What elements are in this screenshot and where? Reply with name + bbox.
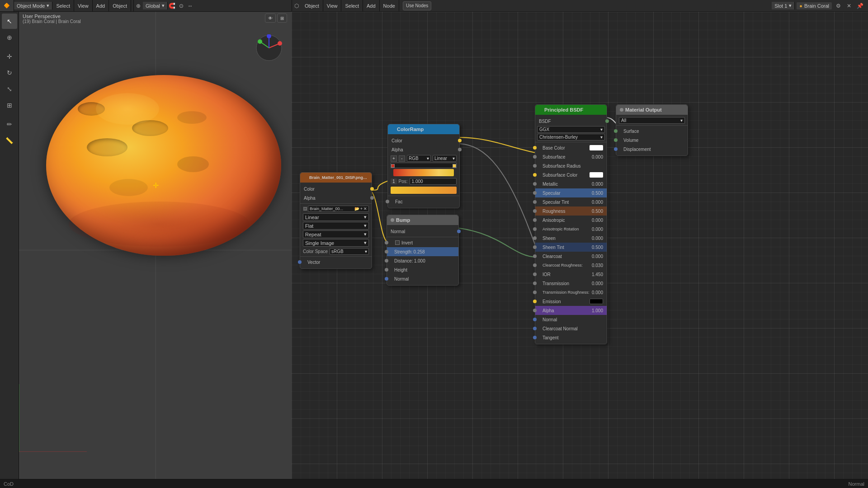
principled-subsurface-selector[interactable]: Christensen-Burley ▾ xyxy=(537,134,605,141)
magnet-icon[interactable]: 🧲 xyxy=(168,1,177,11)
principled-sheen-socket[interactable] xyxy=(533,236,537,240)
proportional-icon[interactable]: ⊙ xyxy=(177,1,186,11)
principled-transmission-socket[interactable] xyxy=(533,282,537,285)
principled-subsurface-input[interactable]: Subsurface 0.000 xyxy=(535,152,607,161)
principled-clearcoat-normal-socket[interactable] xyxy=(533,327,537,330)
principled-tangent-input[interactable]: Tangent xyxy=(535,333,607,342)
principled-roughness-socket[interactable] xyxy=(533,209,537,213)
bump-invert-socket[interactable] xyxy=(385,241,388,244)
select-tool[interactable]: ↖ xyxy=(2,14,17,29)
blender-logo[interactable]: 🔶 xyxy=(0,0,14,11)
principled-subsurface-color-socket[interactable] xyxy=(533,173,537,177)
use-nodes-toggle[interactable]: Use Nodes xyxy=(403,1,431,10)
colorramp-pos-value[interactable]: 1.000 xyxy=(410,178,457,185)
node-image-texture[interactable]: Brain_Matter_001_DISP.png.001 Color Alph… xyxy=(300,172,372,269)
principled-normal-socket[interactable] xyxy=(533,318,537,321)
img-projection-selector[interactable]: Single Image ▾ xyxy=(303,239,369,247)
colorramp-mode-selector[interactable]: RGB ▾ xyxy=(407,155,431,162)
principled-emission-input[interactable]: Emission xyxy=(535,297,607,306)
pivot-icon[interactable]: ⊕ xyxy=(134,1,143,11)
node-menu-view[interactable]: View xyxy=(323,0,342,11)
principled-metallic-socket[interactable] xyxy=(533,182,537,186)
material-output-surface-socket[interactable] xyxy=(614,129,618,133)
img-extension-selector[interactable]: Flat ▾ xyxy=(303,222,369,230)
node-close-icon[interactable]: ✕ xyxy=(844,1,854,11)
principled-ggx-selector[interactable]: GGX ▾ xyxy=(537,126,605,133)
colorramp-alpha-socket[interactable] xyxy=(458,148,462,151)
node-principled-bsdf[interactable]: Principled BSDF BSDF GGX ▾ Christensen-B… xyxy=(535,104,607,344)
viewport[interactable]: User Perspective (19) Brain Coral | Brai… xyxy=(19,12,292,488)
node-menu-select[interactable]: Select xyxy=(341,0,363,11)
principled-anisotropic-rot-input[interactable]: Anisotropic Rotation 0.000 xyxy=(535,225,607,234)
menu-select[interactable]: Select xyxy=(52,0,74,11)
principled-alpha-socket[interactable] xyxy=(533,309,537,312)
principled-roughness-input[interactable]: Roughness 0.500 xyxy=(535,206,607,216)
principled-sheen-tint-socket[interactable] xyxy=(533,245,537,249)
principled-normal-input[interactable]: Normal xyxy=(535,315,607,324)
principled-bsdf-socket[interactable] xyxy=(605,119,609,123)
colorramp-remove-stop[interactable]: - xyxy=(399,155,405,162)
transform-tool[interactable]: ⊞ xyxy=(2,98,17,113)
principled-clearcoat-roughness-socket[interactable] xyxy=(533,263,537,267)
measure-tool[interactable]: 📏 xyxy=(2,133,17,148)
principled-trans-roughness-input[interactable]: Transmission Roughness: 0.000 xyxy=(535,288,607,297)
material-selector[interactable]: ● Brain Coral xyxy=(797,2,832,9)
cursor-tool[interactable]: ⊕ xyxy=(2,30,17,45)
rotate-tool[interactable]: ↻ xyxy=(2,65,17,80)
principled-clearcoat-normal-input[interactable]: Clearcoat Normal xyxy=(535,324,607,333)
bump-invert-input[interactable]: Invert xyxy=(387,238,458,247)
node-editor[interactable]: ColorRamp Color Alpha + - RGB ▾ L xyxy=(292,12,868,488)
viewport-gizmo[interactable] xyxy=(255,34,283,61)
principled-specular-input[interactable]: Specular 0.500 xyxy=(535,188,607,197)
menu-view[interactable]: View xyxy=(74,0,93,11)
principled-specular-socket[interactable] xyxy=(533,191,537,195)
bump-strength-input[interactable]: Strength: 0.258 xyxy=(387,247,458,256)
material-output-volume-socket[interactable] xyxy=(614,138,618,142)
principled-base-color-swatch[interactable] xyxy=(590,145,603,150)
principled-base-color-socket[interactable] xyxy=(533,146,537,150)
node-material-output[interactable]: Material Output All ▾ Surface Volume xyxy=(616,104,688,156)
principled-subsurface-socket[interactable] xyxy=(533,155,537,159)
move-tool[interactable]: ✛ xyxy=(2,49,17,64)
img-browse-icon[interactable]: 📂 xyxy=(354,206,359,211)
img-new-icon[interactable]: + xyxy=(360,206,363,211)
principled-metallic-input[interactable]: Metallic 0.000 xyxy=(535,179,607,188)
principled-transmission-input[interactable]: Transmission 0.000 xyxy=(535,279,607,288)
principled-subsurface-color-swatch[interactable] xyxy=(590,172,603,178)
bump-distance-socket[interactable] xyxy=(385,259,388,263)
menu-add[interactable]: Add xyxy=(93,0,109,11)
node-colorramp[interactable]: ColorRamp Color Alpha + - RGB ▾ L xyxy=(387,124,460,208)
material-output-displacement-socket[interactable] xyxy=(614,147,618,151)
node-bump[interactable]: Bump Normal Invert Strength: 0.258 xyxy=(387,215,459,286)
img-repeat-selector[interactable]: Repeat ▾ xyxy=(303,230,369,238)
scale-tool[interactable]: ⤡ xyxy=(2,81,17,97)
mode-selector[interactable]: Object Mode ▾ xyxy=(14,2,52,9)
img-color-socket[interactable] xyxy=(370,187,374,191)
principled-specular-tint-socket[interactable] xyxy=(533,200,537,204)
img-alpha-socket[interactable] xyxy=(370,196,374,200)
principled-emission-socket[interactable] xyxy=(533,300,537,303)
3d-cursor[interactable]: ✛ xyxy=(153,181,159,190)
colorramp-gradient[interactable] xyxy=(393,169,454,176)
principled-clearcoat-socket[interactable] xyxy=(533,254,537,258)
viewport-overlay-btn[interactable]: ⊞ xyxy=(277,14,287,23)
principled-clearcoat-roughness-input[interactable]: Clearcoat Roughness: 0.030 xyxy=(535,261,607,270)
bump-normal-out-socket[interactable] xyxy=(457,230,461,233)
principled-trans-roughness-socket[interactable] xyxy=(533,291,537,294)
principled-base-color-input[interactable]: Base Color xyxy=(535,143,607,152)
principled-ior-socket[interactable] xyxy=(533,272,537,276)
material-output-target-selector[interactable]: All ▾ xyxy=(619,117,685,124)
principled-ior-input[interactable]: IOR 1.450 xyxy=(535,270,607,279)
principled-sheen-tint-input[interactable]: Sheen Tint 0.500 xyxy=(535,243,607,252)
img-close-icon[interactable]: ✕ xyxy=(363,206,367,211)
bump-invert-checkbox[interactable] xyxy=(395,240,400,245)
colorramp-interpolation-selector[interactable]: Linear ▾ xyxy=(433,155,457,162)
principled-subsurface-radius-input[interactable]: Subsurface Radius xyxy=(535,161,607,170)
transform-selector[interactable]: Global ▾ xyxy=(143,2,168,9)
brain-coral-object[interactable]: ✛ xyxy=(42,66,286,274)
img-colorspace-selector[interactable]: sRGB ▾ xyxy=(330,248,369,255)
colorramp-color-swatch[interactable] xyxy=(391,187,457,194)
principled-anisotropic-socket[interactable] xyxy=(533,218,537,222)
principled-alpha-input[interactable]: Alpha 1.000 xyxy=(535,306,607,315)
colorramp-fac-socket[interactable] xyxy=(386,200,389,203)
